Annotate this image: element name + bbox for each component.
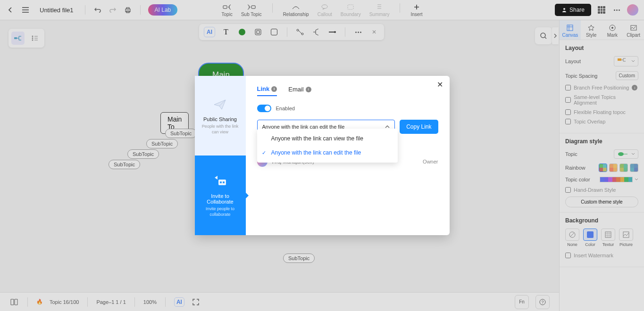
collaborator-role: Owner [423,159,438,164]
svg-point-31 [223,181,225,183]
copy-link-button[interactable]: Copy Link [400,120,438,134]
public-sharing-option[interactable]: Public Sharing People with the link can … [195,76,246,156]
paper-plane-icon [212,97,228,113]
permission-option-view[interactable]: Anyone with the link can view the file [257,131,398,146]
check-icon: ✓ [262,150,266,156]
invite-collaborate-option[interactable]: Invite to Collaborate Invite people to c… [195,156,246,235]
enable-toggle-row: Enabled [257,105,438,112]
collaborate-icon [212,173,228,189]
share-method-tabs: Linki Emaili [257,85,438,96]
permission-option-edit[interactable]: ✓ Anyone with the link can edit the file [257,146,398,160]
tab-link[interactable]: Linki [257,85,277,96]
info-icon[interactable]: i [271,86,277,92]
permission-dropdown-menu: Anyone with the link can view the file ✓… [257,129,398,163]
share-modal-content: Linki Emaili Enabled Anyone with the lin… [246,76,450,235]
tab-email[interactable]: Emaili [288,85,311,96]
share-modal-overlay[interactable]: ✕ Public Sharing People with the link ca… [0,0,644,311]
svg-rect-29 [218,180,226,185]
svg-point-30 [220,181,222,183]
share-modal: ✕ Public Sharing People with the link ca… [195,76,450,235]
chevron-up-icon [385,125,390,129]
enable-sharing-toggle[interactable] [257,105,271,112]
share-mode-selector: Public Sharing People with the link can … [195,76,246,235]
info-icon[interactable]: i [306,87,311,92]
